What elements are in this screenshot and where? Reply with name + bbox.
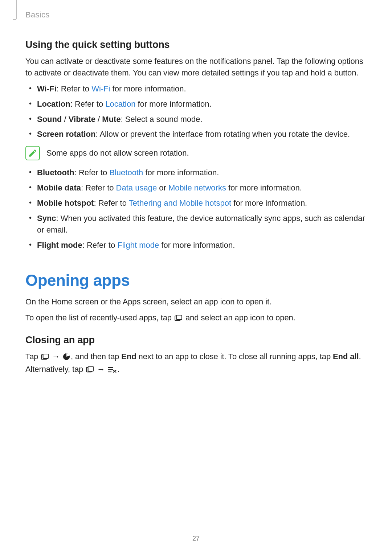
bullet-flight-label: Flight mode <box>37 241 82 250</box>
svg-rect-6 <box>88 367 93 372</box>
heading-quick-settings: Using the quick setting buttons <box>25 39 367 50</box>
header: Basics <box>25 10 367 21</box>
note-box: Some apps do not allow screen rotation. <box>25 146 367 160</box>
svg-rect-1 <box>177 315 182 320</box>
note-text: Some apps do not allow screen rotation. <box>46 148 189 158</box>
bullet-mobiledata-mid: or <box>157 183 168 192</box>
closing-period: . <box>117 365 119 374</box>
bullet-hotspot-pre: : Refer to <box>94 198 128 208</box>
note-icon <box>25 146 40 160</box>
bullet-sync-post: : When you activated this feature, the d… <box>37 214 365 234</box>
bullet-bluetooth: Bluetooth: Refer to Bluetooth for more i… <box>37 167 367 178</box>
bullet-mobiledata-label: Mobile data <box>37 183 81 192</box>
closing-mid1: , and then tap <box>71 352 121 361</box>
link-bluetooth[interactable]: Bluetooth <box>109 168 143 177</box>
bullet-location-post: for more information. <box>135 99 211 108</box>
closing-app-paragraph: Tap →, and then tap End next to an app t… <box>25 351 367 376</box>
header-rule-vertical <box>16 0 17 19</box>
arrow-icon: → <box>97 364 105 375</box>
arrow-icon: → <box>52 351 60 362</box>
recent-apps-icon <box>41 352 49 364</box>
bullet-location: Location: Refer to Location for more inf… <box>37 98 367 110</box>
link-location[interactable]: Location <box>105 99 135 108</box>
end-all-label: End all <box>333 352 359 361</box>
bullet-rotation-label: Screen rotation <box>37 130 95 139</box>
bullet-mobiledata-post: for more information. <box>226 183 302 192</box>
pencil-icon <box>28 148 37 158</box>
bullet-sync-label: Sync <box>37 214 56 223</box>
intro-paragraph: You can activate or deactivate some feat… <box>25 56 367 79</box>
recent-apps-icon <box>86 365 94 376</box>
pie-close-icon <box>63 352 70 364</box>
closing-mid2: next to an app to close it. To close all… <box>136 352 333 361</box>
bullet-mobiledata-pre: : Refer to <box>81 183 116 192</box>
bullet-rotation-post: : Allow or prevent the interface from ro… <box>95 130 350 139</box>
bullet-mute-label: Mute <box>102 115 121 124</box>
bullet-bluetooth-label: Bluetooth <box>37 168 74 177</box>
bullet-wifi-label: Wi-Fi <box>37 84 57 93</box>
bullet-hotspot: Mobile hotspot: Refer to Tethering and M… <box>37 197 367 209</box>
bullet-flight: Flight mode: Refer to Flight mode for mo… <box>37 239 367 251</box>
sep2: / <box>95 115 102 124</box>
recent-apps-icon <box>175 313 183 325</box>
header-rule-horizontal <box>13 19 16 20</box>
bullet-list-a: Wi-Fi: Refer to Wi-Fi for more informati… <box>25 83 367 140</box>
bullet-sound: Sound / Vibrate / Mute: Select a sound m… <box>37 114 367 125</box>
p2-post: and select an app icon to open. <box>183 313 295 322</box>
svg-rect-3 <box>43 354 48 359</box>
end-label: End <box>121 352 136 361</box>
heading-closing-app: Closing an app <box>25 335 367 346</box>
bullet-wifi-post: for more information. <box>110 84 186 93</box>
bullet-sync: Sync: When you activated this feature, t… <box>37 213 367 236</box>
bullet-sound-post: : Select a sound mode. <box>121 115 203 124</box>
opening-apps-p2: To open the list of recently-used apps, … <box>25 312 367 325</box>
opening-apps-p1: On the Home screen or the Apps screen, s… <box>25 296 367 308</box>
bullet-hotspot-label: Mobile hotspot <box>37 198 94 208</box>
link-tethering[interactable]: Tethering and Mobile hotspot <box>129 198 232 208</box>
p2-pre: To open the list of recently-used apps, … <box>25 313 174 322</box>
bullet-list-b: Bluetooth: Refer to Bluetooth for more i… <box>25 167 367 251</box>
chapter-label: Basics <box>25 10 367 20</box>
page: Basics Using the quick setting buttons Y… <box>0 0 392 554</box>
bullet-vibrate-label: Vibrate <box>69 115 95 124</box>
bullet-flight-pre: : Refer to <box>82 241 118 250</box>
bullet-wifi-pre: : Refer to <box>57 84 92 93</box>
bullet-location-label: Location <box>37 99 70 108</box>
bullet-sound-label: Sound <box>37 115 62 124</box>
heading-opening-apps: Opening apps <box>25 271 367 290</box>
sep1: / <box>62 115 68 124</box>
link-flight-mode[interactable]: Flight mode <box>117 241 159 250</box>
bullet-hotspot-post: for more information. <box>231 198 307 208</box>
link-mobile-networks[interactable]: Mobile networks <box>168 183 226 192</box>
bullet-mobiledata: Mobile data: Refer to Data usage or Mobi… <box>37 182 367 194</box>
bullet-bluetooth-pre: : Refer to <box>74 168 110 177</box>
bullet-location-pre: : Refer to <box>70 99 106 108</box>
bullet-bluetooth-post: for more information. <box>143 168 219 177</box>
closing-tap: Tap <box>25 352 40 361</box>
bullet-flight-post: for more information. <box>159 241 235 250</box>
link-data-usage[interactable]: Data usage <box>116 183 157 192</box>
bullet-rotation: Screen rotation: Allow or prevent the in… <box>37 128 367 140</box>
close-all-list-icon <box>108 365 117 376</box>
link-wifi[interactable]: Wi-Fi <box>91 84 110 93</box>
bullet-wifi: Wi-Fi: Refer to Wi-Fi for more informati… <box>37 83 367 95</box>
page-number: 27 <box>0 535 392 542</box>
